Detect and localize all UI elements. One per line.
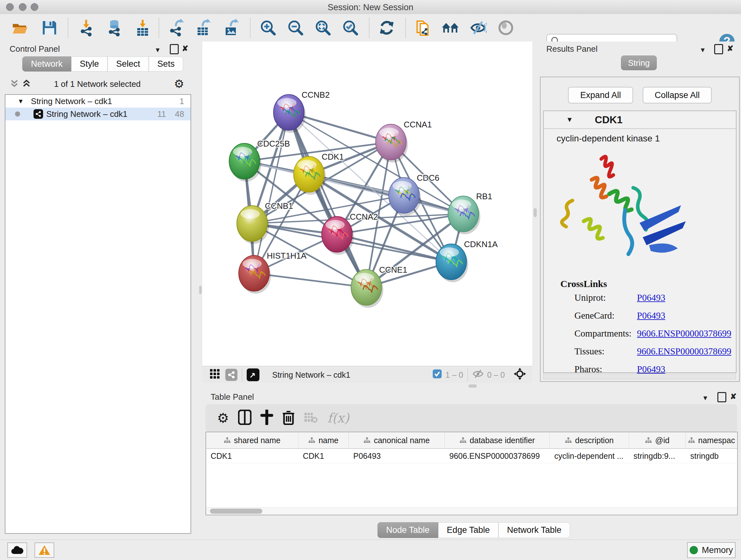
clone-network-button[interactable] (414, 19, 432, 37)
panel-menu-icon[interactable]: ▾ (701, 45, 704, 54)
table-panel-title: Table Panel (211, 392, 254, 402)
column-header-shared-name[interactable]: shared name (206, 432, 298, 448)
selected-checkbox-icon[interactable] (432, 369, 442, 381)
import-network-file-button[interactable] (77, 19, 95, 37)
hide-selected-button[interactable] (469, 19, 487, 37)
expand-all-icon[interactable] (22, 78, 31, 89)
column-header-description[interactable]: description (550, 432, 629, 448)
node-RB1[interactable]: RB1 (448, 192, 492, 234)
results-scrollbar[interactable] (543, 374, 736, 379)
edge-CCNB2-CCNE1[interactable] (289, 112, 366, 287)
collapse-card-icon[interactable]: ▼ (566, 116, 573, 124)
node-CDC25B[interactable]: CDC25B (229, 139, 290, 182)
export-network-button[interactable] (167, 19, 185, 37)
add-column-icon[interactable] (260, 410, 273, 426)
warnings-button[interactable] (35, 543, 54, 558)
tab-network-table[interactable]: Network Table (498, 522, 570, 538)
network-graph[interactable]: CCNB2CCNA1CDC25BCDK1CDC6RB1CCNB1CCNA2CDK… (202, 42, 532, 366)
function-builder-icon: f(x) (327, 411, 349, 425)
collapse-all-icon[interactable] (10, 78, 19, 89)
memory-button[interactable]: Memory (687, 542, 736, 558)
node-CCNA2[interactable]: CCNA2 (322, 212, 378, 255)
table-options-gear-icon[interactable]: ⚙ (217, 410, 229, 426)
import-network-database-button[interactable] (105, 19, 123, 37)
node-CCNB2[interactable]: CCNB2 (273, 90, 330, 133)
crosslink-value-link[interactable]: 9606.ENSP00000378699 (637, 346, 731, 357)
export-table-button[interactable] (195, 19, 212, 37)
tab-node-table[interactable]: Node Table (378, 522, 438, 538)
network-tree-root-row[interactable]: ▼ String Network – cdk1 1 (5, 95, 191, 108)
first-neighbors-button[interactable] (441, 19, 459, 37)
network-view-toolbar: String Network – cdk1 1 – 0 0 – 0 (202, 366, 532, 384)
zoom-fit-button[interactable] (314, 19, 332, 37)
protein-card-header[interactable]: ▼ CDK1 (544, 111, 736, 129)
grid-mode-icon[interactable] (209, 368, 220, 381)
table-cell[interactable]: cyclin-dependent ... (550, 451, 629, 461)
show-columns-icon[interactable] (238, 410, 252, 426)
close-panel-icon[interactable]: ✘ (727, 44, 733, 53)
export-image-button[interactable] (223, 19, 241, 37)
string-network-icon (33, 109, 43, 119)
graphics-details-button[interactable] (497, 19, 515, 37)
tab-network[interactable]: Network (22, 57, 71, 71)
tree-expander-icon[interactable]: ▼ (17, 98, 24, 105)
left-splitter[interactable] (199, 42, 202, 539)
float-panel-icon[interactable] (718, 392, 726, 402)
node-CDC6[interactable]: CDC6 (389, 173, 440, 216)
tab-style[interactable]: Style (71, 57, 108, 71)
collapse-all-button[interactable]: Collapse All (643, 87, 712, 104)
toolbar-divider (468, 368, 468, 381)
import-table-button[interactable] (134, 19, 151, 37)
crosslink-value-link[interactable]: 9606.ENSP00000378699 (637, 328, 731, 339)
table-cell[interactable]: CDK1 (206, 451, 298, 461)
table-cell[interactable]: stringdb (686, 451, 737, 461)
column-header-canonical-name[interactable]: canonical name (349, 432, 445, 448)
table-row[interactable]: CDK1CDK1P064939606.ENSP00000378699cyclin… (206, 449, 737, 463)
table-hscrollbar[interactable] (206, 507, 737, 515)
panel-menu-icon[interactable]: ▾ (703, 393, 707, 402)
table-cell[interactable]: CDK1 (298, 451, 349, 461)
pan-mode-icon[interactable] (513, 367, 527, 382)
tab-sets[interactable]: Sets (149, 57, 183, 71)
float-panel-icon[interactable] (714, 44, 723, 54)
close-panel-icon[interactable]: ✘ (182, 44, 188, 53)
crosslink-row: Uniprot:P06493 (575, 293, 736, 303)
zoom-selected-button[interactable] (341, 19, 359, 37)
network-options-gear-icon[interactable]: ⚙ (174, 77, 184, 91)
panel-menu-icon[interactable]: ▾ (156, 45, 159, 54)
save-session-button[interactable] (41, 19, 58, 37)
refresh-button[interactable] (378, 19, 396, 37)
crosslink-value-link[interactable]: P06493 (637, 310, 665, 321)
table-cell[interactable]: stringdb:9... (629, 451, 686, 461)
table-cell[interactable]: P06493 (349, 451, 445, 461)
detach-view-icon[interactable] (247, 368, 259, 381)
network-canvas[interactable]: CCNB2CCNA1CDC25BCDK1CDC6RB1CCNB1CCNA2CDK… (202, 42, 532, 366)
scrollbar-thumb[interactable] (210, 509, 262, 514)
zoom-out-button[interactable] (286, 19, 305, 37)
node-CCNA1[interactable]: CCNA1 (376, 120, 432, 163)
tab-edge-table[interactable]: Edge Table (438, 522, 498, 538)
column-header-database-identifier[interactable]: database identifier (445, 432, 550, 448)
column-header-name[interactable]: name (298, 432, 349, 448)
column-header-namespac[interactable]: namespac (686, 432, 737, 448)
open-session-button[interactable] (11, 19, 29, 37)
right-splitter[interactable] (532, 42, 538, 389)
node-CCNE1[interactable]: CCNE1 (351, 265, 407, 308)
cloud-status-button[interactable] (7, 543, 27, 558)
float-panel-icon[interactable] (170, 44, 179, 54)
crosslink-value-link[interactable]: P06493 (637, 293, 665, 303)
close-panel-icon[interactable]: ✘ (730, 392, 737, 401)
tab-string[interactable]: String (621, 56, 657, 70)
network-tree-child-row[interactable]: String Network – cdk1 11 48 (5, 108, 191, 120)
tab-select[interactable]: Select (108, 57, 149, 71)
horizontal-splitter[interactable] (202, 383, 532, 389)
crosslink-value-link[interactable]: P06493 (637, 364, 665, 374)
expand-all-button[interactable]: Expand All (568, 87, 633, 104)
delete-column-icon[interactable] (282, 410, 295, 426)
node-CDKN1A[interactable]: CDKN1A (436, 240, 498, 282)
zoom-in-button[interactable] (259, 19, 277, 37)
column-header-@id[interactable]: @id (629, 432, 686, 448)
share-view-icon[interactable] (225, 369, 238, 381)
node-HIST1H1A[interactable]: HIST1H1A (239, 251, 307, 294)
table-cell[interactable]: 9606.ENSP00000378699 (445, 451, 550, 461)
